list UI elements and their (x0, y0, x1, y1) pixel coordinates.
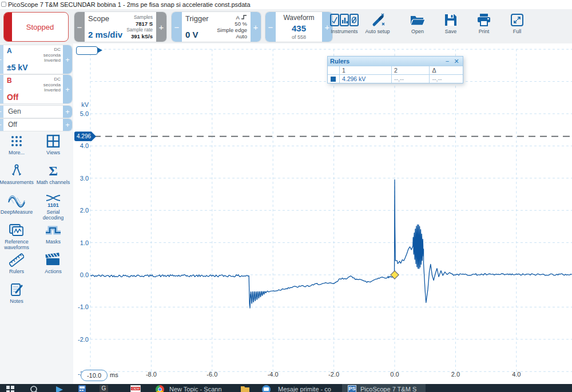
measurements-caliper-icon (9, 163, 24, 178)
stopped-button[interactable]: Stopped (3, 12, 69, 42)
tool-rulers[interactable]: Rulers (0, 253, 34, 274)
full-label: Full (513, 29, 522, 34)
tool-serial-decoding[interactable]: 1101 Serial decoding (35, 193, 71, 221)
tool-deepmeasure[interactable]: DeepMeasure (0, 193, 34, 215)
save-icon (444, 13, 458, 27)
stop-indicator[interactable] (4, 12, 12, 42)
waveform-previous-button[interactable]: − (265, 12, 276, 42)
generator-off-increase-button[interactable]: + (63, 119, 72, 131)
scope-decrease-button[interactable]: − (74, 12, 85, 42)
trigger-increase-button[interactable]: + (251, 12, 261, 42)
windows-taskbar: G OEM New Topic - Scann Mesaje primite -… (0, 384, 572, 392)
trigger-decrease-button[interactable]: − (172, 12, 182, 42)
tool-views[interactable]: Views (35, 134, 71, 155)
g-app-icon[interactable]: G (100, 385, 108, 392)
window-title-bar: PicoScope 7 T&M SECUNDAR bobina 1 - 2ms … (0, 0, 572, 9)
rulers-minimize-button[interactable]: − (443, 58, 451, 65)
start-button-icon[interactable] (6, 385, 15, 392)
task-view-icon[interactable] (55, 385, 64, 392)
rulers-close-button[interactable]: ✕ (452, 58, 460, 65)
generator-off-row[interactable]: − Off + (0, 119, 72, 131)
mail-window-title[interactable]: Mesaje primite - co (278, 386, 331, 392)
scope-timebase-value[interactable]: 2 ms/div (88, 30, 122, 39)
svg-text:-4.0: -4.0 (268, 371, 279, 378)
rulers-col-2: 2 (392, 66, 430, 74)
serial-decoding-icon: 1101 (45, 193, 62, 208)
rulers-value-row: 4.296 kV --,-- --,-- (328, 74, 463, 83)
generator-increase-button[interactable]: + (63, 106, 72, 118)
oem-app-icon[interactable]: OEM (130, 385, 141, 392)
scope-increase-button[interactable]: + (156, 12, 166, 42)
svg-text:Σ: Σ (49, 163, 58, 178)
open-label: Open (411, 29, 424, 34)
folder-icon[interactable] (240, 385, 250, 392)
tool-actions[interactable]: Actions (35, 253, 71, 274)
left-sidebar: − A DC seconda Inverted ±5 kV + − B DC s… (0, 43, 73, 384)
active-taskbar-button[interactable]: PS PicoScope 7 T&M S (342, 384, 426, 392)
ruler1-value: 4.296 kV (340, 74, 392, 83)
channel-b-panel[interactable]: − B DC seconda Inverted Off + (0, 75, 72, 103)
svg-text:3.0: 3.0 (80, 175, 89, 182)
sample-rate-label: Sample rate (126, 27, 153, 33)
waveform-number[interactable]: 435 (292, 23, 306, 33)
rising-edge-icon (241, 14, 247, 19)
channel-a-name: A (7, 47, 12, 55)
print-label: Print (479, 29, 490, 34)
stopped-label: Stopped (12, 23, 68, 31)
notes-icon (9, 282, 24, 297)
auto-setup-label: Auto setup (365, 29, 390, 34)
samples-value: 7817 S (126, 21, 153, 27)
trigger-level-value[interactable]: 0 V (185, 30, 209, 39)
svg-text:1.0: 1.0 (80, 239, 89, 246)
svg-text:kV: kV (81, 101, 89, 108)
open-button[interactable]: Open (399, 13, 436, 41)
time-ruler-handle[interactable] (76, 46, 98, 55)
tool-more[interactable]: More... (0, 134, 34, 155)
tool-reference-waveforms[interactable]: Reference waveforms (0, 223, 34, 250)
scope-label: Scope (88, 14, 122, 23)
save-button[interactable]: Save (432, 13, 469, 41)
instruments-icon (330, 13, 359, 27)
x-axis-origin-tag[interactable]: -10.0 (81, 370, 108, 381)
auto-setup-button[interactable]: Auto setup (359, 13, 396, 41)
waveform-total: of 558 (292, 34, 306, 40)
channel-a-panel[interactable]: − A DC seconda Inverted ±5 kV + (0, 45, 72, 74)
svg-text:2.0: 2.0 (451, 371, 460, 378)
main-toolbar: Stopped − Scope 2 ms/div Samples 7817 S … (0, 9, 572, 43)
print-icon (476, 13, 491, 27)
svg-text:-8.0: -8.0 (146, 371, 157, 378)
app-icon (1, 2, 6, 7)
tool-masks[interactable]: Masks (35, 223, 71, 245)
rulers-dialog[interactable]: Rulers − ✕ 1 2 Δ 4.296 kV --,-- --,-- (327, 56, 463, 83)
tool-math-channels[interactable]: Σ Math channels (35, 163, 71, 185)
channel-a-increase-button[interactable]: + (63, 45, 72, 74)
tool-measurements[interactable]: Measurements (0, 163, 34, 185)
full-screen-button[interactable]: Full (499, 13, 535, 41)
calculator-icon[interactable] (78, 385, 86, 392)
mail-app-icon[interactable] (262, 385, 271, 392)
waveform-plot[interactable]: -8.0-6.0-4.0-2.00.02.04.05.04.03.02.01.0… (73, 43, 572, 384)
generator-label: Gen (3, 106, 63, 118)
scope-panel: − Scope 2 ms/div Samples 7817 S Sample r… (74, 12, 166, 42)
tool-notes[interactable]: Notes (0, 282, 34, 304)
print-button[interactable]: Print (466, 13, 502, 41)
trigger-source-row: A (217, 14, 247, 21)
sigma-icon: Σ (46, 163, 61, 178)
search-icon[interactable] (30, 385, 39, 392)
chrome-window-title[interactable]: New Topic - Scann (169, 386, 222, 392)
svg-text:2.0: 2.0 (80, 207, 89, 214)
waveform-label: Waveform (283, 14, 314, 22)
more-dots-icon (9, 134, 24, 149)
rulers-col-1: 1 (340, 66, 392, 74)
sample-rate-value: 391 kS/s (126, 33, 153, 39)
rulers-dialog-title: Rulers (330, 58, 349, 65)
rulers-dialog-header[interactable]: Rulers − ✕ (328, 57, 463, 66)
views-icon (46, 134, 61, 149)
generator-row[interactable]: − Gen + (0, 106, 72, 118)
open-folder-icon (410, 13, 426, 27)
chrome-icon[interactable] (156, 385, 164, 392)
instruments-button[interactable]: Instruments (326, 13, 363, 41)
trigger-source: A (236, 14, 240, 21)
channel-b-increase-button[interactable]: + (63, 75, 72, 103)
actions-clapperboard-icon (45, 253, 62, 267)
